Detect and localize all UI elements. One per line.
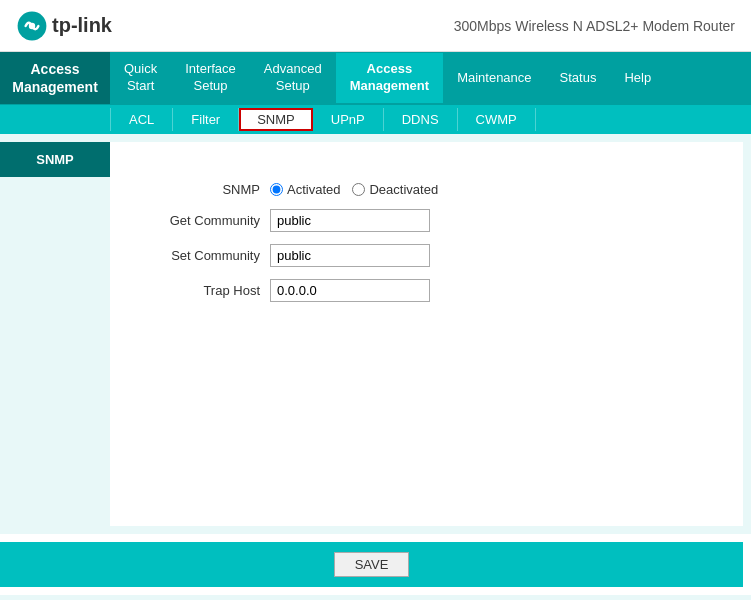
deactivated-label: Deactivated xyxy=(369,182,438,197)
sub-nav-cwmp[interactable]: CWMP xyxy=(458,108,536,131)
sub-nav-filter[interactable]: Filter xyxy=(173,108,239,131)
set-community-input[interactable] xyxy=(270,244,430,267)
nav-items: QuickStart InterfaceSetup AdvancedSetup … xyxy=(110,52,751,104)
trap-host-row: Trap Host xyxy=(140,279,713,302)
activated-radio[interactable] xyxy=(270,183,283,196)
get-community-label: Get Community xyxy=(140,213,260,228)
set-community-row: Set Community xyxy=(140,244,713,267)
nav-help[interactable]: Help xyxy=(610,62,665,95)
top-nav: AccessManagement QuickStart InterfaceSet… xyxy=(0,52,751,104)
set-community-label: Set Community xyxy=(140,248,260,263)
sidebar-snmp: SNMP xyxy=(0,142,110,177)
sub-nav-acl[interactable]: ACL xyxy=(110,108,173,131)
nav-access-management[interactable]: AccessManagement xyxy=(336,53,443,103)
nav-status[interactable]: Status xyxy=(546,62,611,95)
bottom-spacer xyxy=(0,595,751,600)
trap-host-input[interactable] xyxy=(270,279,430,302)
snmp-row: SNMP Activated Deactivated xyxy=(140,182,713,197)
header: tp-link 300Mbps Wireless N ADSL2+ Modem … xyxy=(0,0,751,52)
save-area: SAVE xyxy=(0,542,743,587)
get-community-row: Get Community xyxy=(140,209,713,232)
router-title: 300Mbps Wireless N ADSL2+ Modem Router xyxy=(454,18,735,34)
nav-interface-setup[interactable]: InterfaceSetup xyxy=(171,53,250,103)
logo-text: tp-link xyxy=(52,14,112,37)
activated-radio-label[interactable]: Activated xyxy=(270,182,340,197)
snmp-label: SNMP xyxy=(140,182,260,197)
content-wrapper: SNMP SNMP Activated Deactivated xyxy=(0,134,751,534)
svg-point-1 xyxy=(29,22,35,28)
logo-area: tp-link xyxy=(16,10,112,42)
deactivated-radio-label[interactable]: Deactivated xyxy=(352,182,438,197)
nav-advanced-setup[interactable]: AdvancedSetup xyxy=(250,53,336,103)
snmp-radio-group: Activated Deactivated xyxy=(270,182,438,197)
snmp-form: SNMP Activated Deactivated Get Community xyxy=(140,162,713,334)
deactivated-radio[interactable] xyxy=(352,183,365,196)
sub-nav-upnp[interactable]: UPnP xyxy=(313,108,384,131)
sub-nav: ACL Filter SNMP UPnP DDNS CWMP xyxy=(0,104,751,134)
nav-quick-start[interactable]: QuickStart xyxy=(110,53,171,103)
main-content: SNMP Activated Deactivated Get Community xyxy=(110,142,743,526)
tp-link-logo-icon xyxy=(16,10,48,42)
sub-nav-ddns[interactable]: DDNS xyxy=(384,108,458,131)
activated-label: Activated xyxy=(287,182,340,197)
trap-host-label: Trap Host xyxy=(140,283,260,298)
get-community-input[interactable] xyxy=(270,209,430,232)
sidebar: SNMP xyxy=(0,134,110,534)
nav-maintenance[interactable]: Maintenance xyxy=(443,62,545,95)
save-button[interactable]: SAVE xyxy=(334,552,410,577)
active-section-label: AccessManagement xyxy=(0,52,110,104)
sub-nav-snmp[interactable]: SNMP xyxy=(239,108,313,131)
